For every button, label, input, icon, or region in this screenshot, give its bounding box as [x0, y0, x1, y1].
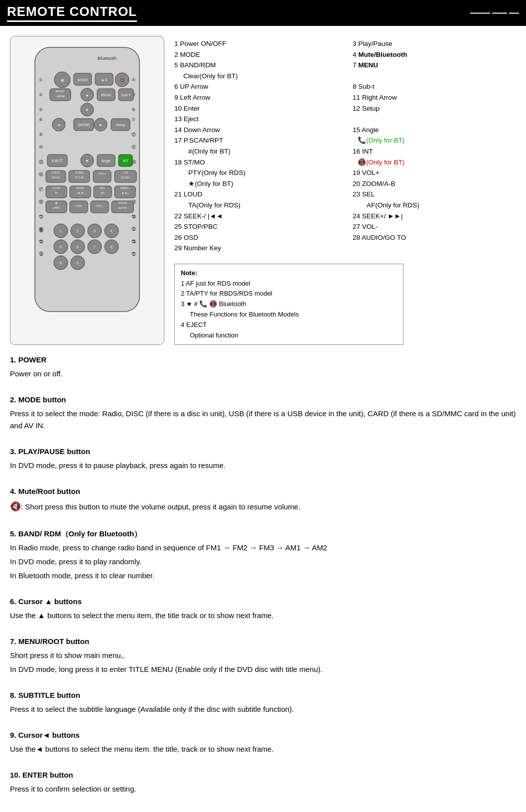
- key-label: TA(Only for RDS): [188, 201, 241, 209]
- note-3: 3 ★ # 📞 📵 Bluetooth: [181, 299, 397, 310]
- key-label: 📵(Only for BT): [358, 159, 404, 166]
- desc-body-2: Press it to select the mode: Radio, DISC…: [10, 408, 516, 432]
- key-13: 13 Eject: [174, 114, 338, 125]
- key-4: 4 Mute/Bluetooth: [353, 49, 516, 60]
- desc-title-10: 10. ENTER button: [10, 769, 516, 781]
- page-number: 9: [0, 807, 526, 812]
- svg-text:OSD: OSD: [75, 204, 82, 207]
- note-4: 4 EJECT: [181, 320, 397, 330]
- key-num: 27: [353, 223, 362, 230]
- page-header: REMOTE CONTROL: [0, 0, 526, 26]
- key-num: 17: [174, 137, 184, 144]
- desc-body-7a: Short press it to show main menu,.: [10, 650, 516, 661]
- key-8: 8 Sub-t: [353, 81, 516, 92]
- keylist-col1: 1 Power ON/OFF 2 MODE 5 BAND/RDM Clear(O…: [174, 38, 338, 254]
- key-label: SEL: [362, 190, 375, 198]
- svg-text:⑬: ⑬: [39, 160, 43, 164]
- svg-text:AUDIO: AUDIO: [118, 201, 127, 204]
- key-num: 1: [174, 40, 180, 47]
- key-num: 13: [174, 115, 184, 123]
- notes-title: Note:: [181, 268, 397, 279]
- svg-text:SEL: SEL: [100, 186, 106, 189]
- svg-text:▼: ▼: [86, 108, 89, 112]
- desc-body-4: 🔇: Short press this button to mute the v…: [10, 499, 516, 514]
- key-num: 22: [174, 212, 184, 220]
- svg-text:MODE: MODE: [78, 78, 88, 82]
- page-title: REMOTE CONTROL: [7, 4, 137, 22]
- key-label: ZOOM/A-B: [362, 180, 395, 187]
- svg-text:►►|: ►►|: [122, 191, 129, 194]
- key-label: Left Arrow: [180, 94, 210, 101]
- description-section: 1. POWER Power on or off. 2. MODE button…: [0, 345, 526, 807]
- desc-body-5b: In DVD mode, press it to play randomly.: [10, 556, 516, 568]
- key-14: 14 Down Arrow: [174, 125, 338, 136]
- key-label: P.SCAN/RPT: [184, 137, 223, 144]
- svg-text:8: 8: [111, 245, 113, 249]
- key-num: 14: [174, 126, 184, 134]
- key-label: LOUD: [184, 190, 203, 198]
- desc-body-7b: In DVD mode, long press it to enter TITL…: [10, 663, 516, 675]
- key-25: 25 STOP/PBC: [174, 221, 338, 232]
- keylist-col2: 3 Play/Pause 4 Mute/Bluetooth 7 MENU 8 S…: [353, 38, 516, 254]
- key-num: 4: [353, 51, 358, 58]
- key-spacer1: [353, 71, 516, 82]
- key-label: Enter: [184, 105, 200, 112]
- key-15: 15 Angle: [353, 125, 516, 136]
- svg-text:5: 5: [60, 245, 62, 249]
- svg-text:7: 7: [94, 245, 96, 249]
- key-1: 1 Power ON/OFF: [174, 38, 338, 49]
- key-23-sub: AF(Only for RDS): [353, 200, 516, 211]
- key-17: 17 P.SCAN/RPT: [174, 135, 338, 146]
- deco-line-2: [492, 12, 507, 14]
- key-label: Right Arrow: [362, 94, 397, 101]
- svg-text:SEEK-: SEEK-: [76, 186, 85, 189]
- key-num: 9: [174, 94, 180, 101]
- svg-text:P.SCN: P.SCN: [52, 171, 60, 174]
- key-num: 29: [174, 244, 184, 252]
- deco-line-3: [509, 12, 519, 14]
- key-label: VOL-: [362, 223, 378, 230]
- key-num: 18: [174, 159, 184, 166]
- desc-title-6: 6. Cursor ▲ buttons: [10, 596, 516, 608]
- svg-text:►II: ►II: [102, 78, 107, 82]
- svg-text:|◄◄: |◄◄: [77, 191, 83, 194]
- svg-text:◄: ◄: [57, 123, 61, 127]
- key-label: MENU: [358, 61, 378, 69]
- key-num: 3: [353, 40, 358, 47]
- key-7: 7 MENU: [353, 60, 516, 71]
- key-num: 8: [353, 83, 358, 90]
- desc-title-4: 4. Mute/Root button: [10, 486, 516, 497]
- svg-text:SEEK+: SEEK+: [120, 186, 130, 189]
- key-label: STOP/PBC: [184, 223, 218, 230]
- svg-text:⑩: ⑩: [39, 145, 43, 150]
- key-22: 22 SEEK-/ |◄◄: [174, 211, 338, 222]
- key-19: 19 VOL+: [353, 167, 516, 178]
- desc-item-2: 2. MODE button Press it to select the mo…: [10, 394, 516, 432]
- desc-body-3: In DVD mode, press it to pause playback,…: [10, 460, 516, 472]
- key-label: AF(Only for RDS): [367, 201, 419, 209]
- key-num: 2: [174, 51, 180, 58]
- key-10: 10 Enter: [174, 103, 338, 114]
- key-12: 12 Setup: [353, 103, 516, 114]
- key-23: 23 SEL: [353, 189, 516, 200]
- key-num: 20: [353, 180, 362, 187]
- svg-text:㉙: ㉙: [39, 228, 43, 233]
- key-label: Angle: [362, 126, 379, 134]
- keylist-section: 1 Power ON/OFF 2 MODE 5 BAND/RDM Clear(O…: [174, 36, 516, 345]
- key-label: Sub-t: [358, 83, 374, 90]
- svg-text:1: 1: [60, 229, 62, 233]
- svg-text:6: 6: [77, 245, 79, 249]
- svg-text:ENTER: ENTER: [78, 123, 90, 127]
- desc-item-3: 3. PLAY/PAUSE button In DVD mode, press …: [10, 446, 516, 472]
- key-label: Eject: [184, 115, 199, 123]
- desc-title-8: 8. SUBTITLE button: [10, 689, 516, 701]
- key-label: Number Key: [184, 244, 221, 252]
- svg-text:⑤: ⑤: [39, 107, 43, 112]
- svg-text:㉗: ㉗: [132, 252, 136, 257]
- key-label: PTY(Only for RDS): [188, 169, 246, 176]
- svg-text:VOL+: VOL+: [98, 172, 106, 175]
- svg-text:⑨: ⑨: [39, 132, 43, 137]
- svg-text:Bluetooth: Bluetooth: [98, 56, 117, 61]
- svg-text:VOL-: VOL-: [96, 204, 103, 207]
- key-27: 27 VOL-: [353, 221, 516, 232]
